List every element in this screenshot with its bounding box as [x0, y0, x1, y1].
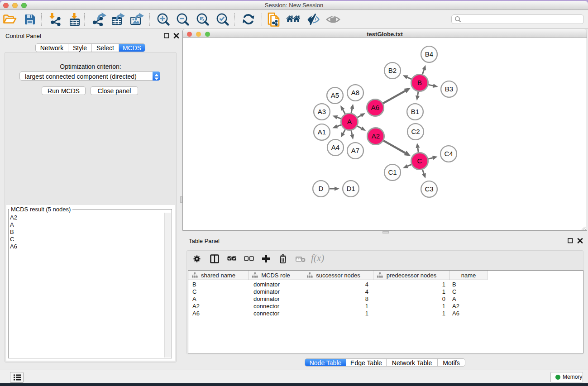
svg-text:B4: B4: [425, 50, 433, 58]
svg-text:A7: A7: [351, 147, 359, 154]
svg-text:D: D: [319, 185, 324, 192]
svg-text:A6: A6: [371, 104, 379, 111]
svg-text:B1: B1: [411, 108, 419, 115]
svg-text:A4: A4: [331, 143, 339, 151]
svg-text:C3: C3: [425, 185, 433, 193]
svg-text:A2: A2: [372, 132, 380, 140]
svg-text:B3: B3: [445, 85, 453, 93]
svg-text:B2: B2: [388, 67, 397, 74]
svg-text:C4: C4: [444, 150, 453, 157]
svg-text:A8: A8: [351, 89, 359, 96]
svg-text:A1: A1: [318, 128, 326, 136]
svg-text:A: A: [347, 118, 352, 125]
svg-text:A5: A5: [331, 91, 339, 99]
svg-text:C2: C2: [411, 128, 420, 135]
svg-text:D1: D1: [346, 185, 355, 192]
svg-text:A3: A3: [318, 108, 326, 115]
svg-text:B: B: [417, 79, 422, 86]
svg-text:C1: C1: [388, 168, 397, 176]
svg-text:C: C: [417, 157, 422, 165]
